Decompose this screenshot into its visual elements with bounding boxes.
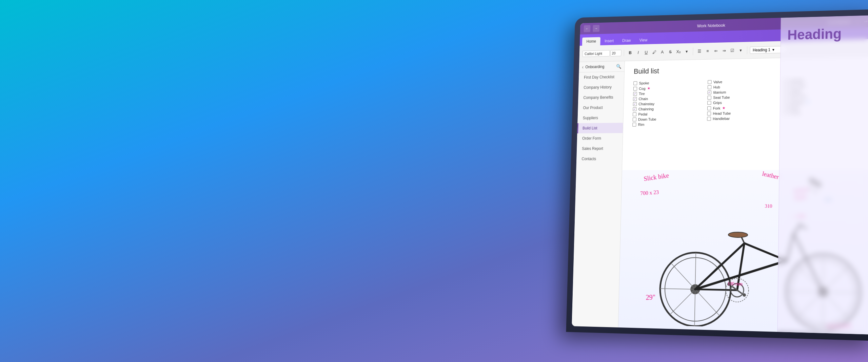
- main-content: ‹ Onboarding 🔍 First Day Checklist Compa…: [572, 56, 868, 335]
- highlight-button[interactable]: 🖊: [650, 48, 658, 56]
- sidebar-item-sales-report[interactable]: Sales Report: [577, 143, 623, 154]
- sidebar-item-order-form[interactable]: Order Form: [577, 133, 623, 144]
- item-label-head-tube: Head Tube: [713, 111, 731, 115]
- sidebar-header-left: ‹ Onboarding: [582, 64, 605, 69]
- style-panel: Heading: [777, 56, 868, 335]
- checkbox-spoke[interactable]: [633, 81, 637, 85]
- sidebar-nav: First Day Checklist Company History Comp…: [572, 72, 624, 327]
- checkbox-tire[interactable]: [633, 92, 637, 95]
- star-cog: ★: [647, 86, 650, 90]
- list-item: Rim: [632, 121, 707, 127]
- item-label-tire: Tire: [639, 92, 645, 96]
- laptop: ← → Work Notebook Lisa Newman ⊙ ↩ Home: [532, 7, 868, 362]
- indent-button[interactable]: ⇒: [720, 47, 728, 55]
- onenote-app: ← → Work Notebook Lisa Newman ⊙ ↩ Home: [572, 15, 868, 335]
- bold-button[interactable]: B: [627, 49, 634, 57]
- item-label-down-tube: Down Tube: [638, 117, 656, 121]
- item-label-chain: Chain: [638, 97, 648, 101]
- item-label-fork: Fork: [713, 106, 721, 110]
- item-label-crank-arm: titanium: [713, 90, 726, 94]
- svg-point-24: [728, 232, 748, 237]
- sidebar-header: ‹ Onboarding 🔍: [579, 61, 624, 72]
- sidebar-item-company-benefits[interactable]: Company Benefits: [578, 92, 624, 103]
- checkbox-cog[interactable]: [633, 87, 637, 90]
- annotation-29: 29": [646, 293, 656, 302]
- style-label: Heading 1: [753, 47, 770, 52]
- more-list-button[interactable]: ▾: [737, 46, 745, 54]
- checkbox-grips[interactable]: [707, 101, 711, 105]
- item-label-handlebar: Handlebar: [713, 116, 730, 121]
- checkbox-chain[interactable]: [633, 97, 637, 101]
- checklist-column-2: Valve Hub titanium: [707, 78, 784, 127]
- outdent-button[interactable]: ⇐: [712, 47, 720, 55]
- list-item: Handlebar: [707, 115, 784, 122]
- format-group: B I U 🖊 A S̶ X₂ ▾: [627, 47, 693, 57]
- sidebar-back-button[interactable]: ‹: [582, 65, 584, 70]
- tab-draw[interactable]: Draw: [618, 36, 635, 45]
- font-name-selector[interactable]: Calibri Light: [583, 50, 610, 57]
- item-label-hub: Hub: [713, 85, 720, 89]
- underline-button[interactable]: U: [643, 48, 650, 56]
- tab-home[interactable]: Home: [582, 37, 600, 46]
- checkbox-crank-arm[interactable]: [708, 90, 711, 94]
- sidebar-item-suppliers[interactable]: Suppliers: [577, 112, 623, 123]
- bullets-button[interactable]: ☰: [696, 47, 704, 55]
- item-label-cog: Cog: [639, 86, 645, 90]
- item-label-grips: Grips: [713, 101, 722, 105]
- list-group: ☰ ≡ ⇐ ⇒ ☑ ▾: [696, 46, 748, 55]
- font-size-selector[interactable]: 20: [610, 50, 622, 56]
- sidebar-item-first-day[interactable]: First Day Checklist: [579, 72, 624, 83]
- checkbox-pedal[interactable]: [633, 112, 636, 116]
- checkbox-seat-tube[interactable]: [707, 95, 711, 100]
- style-dropdown-arrow: ▾: [772, 47, 774, 52]
- annotation-slick-bike: Slick bike: [643, 172, 669, 183]
- checkbox-valve[interactable]: [708, 80, 711, 84]
- sidebar-item-our-product[interactable]: Our Product: [578, 102, 624, 113]
- nav-back-button[interactable]: ←: [584, 25, 590, 32]
- checkbox-chainring[interactable]: [633, 107, 636, 111]
- annotation-leather: leather: [762, 170, 780, 181]
- todo-button[interactable]: ☑: [728, 46, 736, 54]
- sidebar-item-company-history[interactable]: Company History: [578, 82, 624, 93]
- sidebar-item-contacts[interactable]: Contacts: [576, 154, 622, 164]
- nav-forward-button[interactable]: →: [593, 25, 599, 32]
- checkbox-fork[interactable]: [707, 106, 711, 110]
- annotation-310: 310: [765, 203, 772, 209]
- sidebar-search-button[interactable]: 🔍: [616, 64, 622, 69]
- laptop-screen-outer: ← → Work Notebook Lisa Newman ⊙ ↩ Home: [566, 9, 868, 341]
- checkbox-hub[interactable]: [708, 85, 711, 89]
- title-bar-nav: ← →: [584, 25, 599, 32]
- annotation-700x23: 700 x 23: [640, 189, 659, 197]
- item-label-valve: Valve: [713, 80, 722, 84]
- strikethrough-button[interactable]: S̶: [667, 48, 674, 56]
- sidebar-item-build-list[interactable]: Build List: [577, 123, 623, 133]
- tab-view[interactable]: View: [635, 36, 652, 45]
- item-label-chainstay: Chainstay: [638, 102, 654, 106]
- laptop-screen-inner: ← → Work Notebook Lisa Newman ⊙ ↩ Home: [572, 15, 868, 335]
- annotation-100mm: 100 mm: [728, 281, 743, 287]
- checkbox-handlebar[interactable]: [707, 117, 711, 121]
- font-color-button[interactable]: A: [658, 48, 666, 56]
- checkbox-rim[interactable]: [632, 123, 636, 126]
- checkbox-chainstay[interactable]: [633, 102, 637, 106]
- numbering-button[interactable]: ≡: [704, 47, 712, 55]
- sidebar: ‹ Onboarding 🔍 First Day Checklist Compa…: [572, 61, 625, 327]
- star-fork: ★: [722, 106, 726, 110]
- item-label-spoke: Spoke: [639, 81, 649, 85]
- checklist-column-1: Spoke Cog ★ Tire: [632, 80, 708, 127]
- item-label-pedal: Pedal: [638, 112, 647, 116]
- item-label-seat-tube: Seat Tube: [713, 95, 730, 100]
- checkbox-down-tube[interactable]: [633, 118, 636, 121]
- sidebar-notebook-name: Onboarding: [585, 64, 604, 69]
- item-label-rim: Rim: [638, 123, 645, 127]
- more-format-button[interactable]: ▾: [683, 47, 691, 55]
- checkbox-head-tube[interactable]: [707, 111, 711, 115]
- item-label-chainring: Chainring: [638, 107, 654, 111]
- font-group: Calibri Light 20: [583, 50, 624, 57]
- subscript-button[interactable]: X₂: [675, 48, 683, 56]
- italic-button[interactable]: I: [634, 49, 642, 57]
- tab-insert[interactable]: Insert: [600, 37, 618, 45]
